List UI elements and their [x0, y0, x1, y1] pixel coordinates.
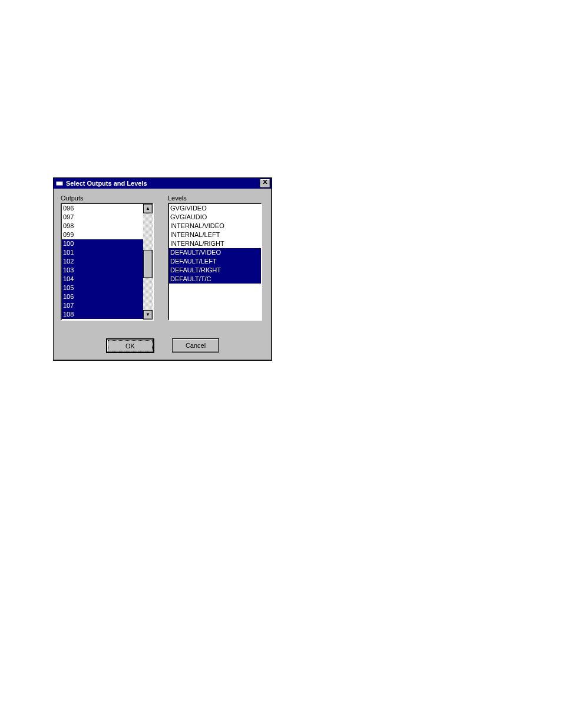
levels-item[interactable]: DEFAULT/T/C: [169, 275, 261, 284]
ok-button[interactable]: OK: [106, 338, 154, 353]
levels-label: Levels: [168, 195, 262, 202]
outputs-item[interactable]: 108: [62, 310, 143, 319]
levels-item[interactable]: INTERNAL/VIDEO: [169, 222, 261, 230]
levels-item[interactable]: DEFAULT/LEFT: [169, 257, 261, 266]
levels-listbox[interactable]: GVG/VIDEOGVG/AUDIOINTERNAL/VIDEOINTERNAL…: [168, 203, 262, 321]
dialog-title: Select Outputs and Levels: [66, 180, 260, 187]
scroll-thumb[interactable]: [143, 250, 153, 278]
select-outputs-levels-dialog: Select Outputs and Levels Outputs 096097…: [53, 177, 272, 361]
outputs-item[interactable]: 104: [62, 275, 143, 284]
outputs-scrollbar[interactable]: ▲ ▼: [143, 204, 153, 319]
outputs-item[interactable]: 105: [62, 284, 143, 292]
outputs-item[interactable]: 098: [62, 222, 143, 230]
scroll-track[interactable]: [143, 213, 153, 310]
levels-item[interactable]: INTERNAL/LEFT: [169, 230, 261, 239]
levels-item[interactable]: DEFAULT/VIDEO: [169, 248, 261, 257]
close-button[interactable]: [260, 179, 270, 188]
outputs-item[interactable]: 106: [62, 292, 143, 301]
outputs-label: Outputs: [61, 195, 154, 202]
outputs-item[interactable]: 096: [62, 204, 143, 213]
arrow-down-icon: ▼: [146, 312, 150, 317]
outputs-item[interactable]: 102: [62, 257, 143, 266]
app-icon: [55, 179, 64, 188]
outputs-item[interactable]: 100: [62, 239, 143, 248]
scroll-down-button[interactable]: ▼: [143, 310, 153, 319]
outputs-item[interactable]: 097: [62, 213, 143, 222]
outputs-item[interactable]: 101: [62, 248, 143, 257]
dialog-titlebar[interactable]: Select Outputs and Levels: [54, 178, 272, 189]
levels-item[interactable]: DEFAULT/RIGHT: [169, 266, 261, 275]
svg-rect-1: [56, 180, 63, 182]
outputs-listbox[interactable]: 096097098099100101102103104105106107108 …: [61, 203, 154, 321]
cancel-button[interactable]: Cancel: [172, 338, 219, 353]
outputs-item[interactable]: 107: [62, 301, 143, 310]
outputs-item[interactable]: 099: [62, 230, 143, 239]
dialog-content: Outputs 09609709809910010110210310410510…: [54, 189, 272, 360]
levels-item[interactable]: INTERNAL/RIGHT: [169, 239, 261, 248]
outputs-item[interactable]: 103: [62, 266, 143, 275]
arrow-up-icon: ▲: [146, 206, 150, 211]
scroll-up-button[interactable]: ▲: [143, 204, 153, 213]
levels-item[interactable]: GVG/VIDEO: [169, 204, 261, 213]
levels-item[interactable]: GVG/AUDIO: [169, 213, 261, 222]
